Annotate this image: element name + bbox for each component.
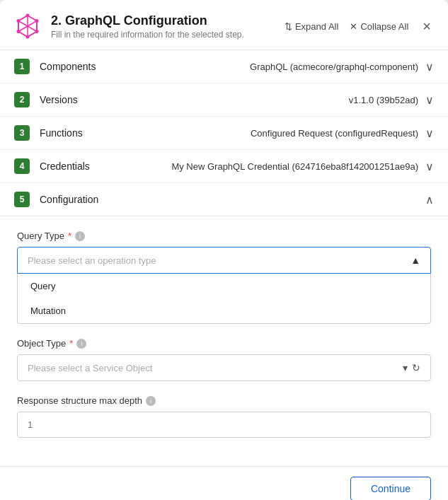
query-type-required-star: * (68, 231, 71, 241)
svg-point-9 (17, 30, 21, 33)
response-depth-field-group: Response structure max depth i (17, 395, 431, 438)
object-type-label: Object Type* i (17, 338, 431, 349)
graphql-logo (14, 13, 41, 40)
config-section: Query Type* i Please select an operation… (0, 216, 448, 466)
chevron-down-icon-1: ∨ (425, 60, 434, 74)
object-type-required-star: * (69, 338, 73, 349)
step-row-3[interactable]: 3 Functions Configured Request (configur… (0, 117, 448, 150)
step-row-2[interactable]: 2 Versions v1.1.0 (39b52ad) ∨ (0, 83, 448, 117)
header-actions: ⇅ Expand All ✕ Collapse All × (285, 18, 434, 35)
page-subtitle: Fill in the required information for the… (51, 30, 275, 40)
step-number-4: 4 (14, 158, 30, 174)
svg-point-8 (26, 35, 30, 39)
chevron-down-icon-2: ∨ (425, 93, 434, 107)
chevron-up-icon-5: ∧ (425, 193, 434, 207)
step-number-2: 2 (14, 92, 30, 107)
select-actions: ▾ ↻ (403, 362, 420, 373)
response-depth-input[interactable] (17, 412, 431, 438)
modal-header: 2. GraphQL Configuration Fill in the req… (0, 0, 448, 50)
chevron-up-icon: ▲ (410, 255, 420, 266)
query-type-info-icon[interactable]: i (75, 231, 85, 241)
step-label-2: Versions (40, 94, 103, 105)
svg-point-6 (35, 19, 39, 23)
step-label-1: Components (40, 61, 103, 72)
query-type-label: Query Type* i (17, 231, 431, 241)
expand-icon: ⇅ (285, 21, 292, 32)
expand-all-label: Expand All (295, 21, 338, 32)
svg-point-7 (35, 30, 39, 33)
expand-all-button[interactable]: ⇅ Expand All (285, 21, 338, 32)
step-number-3: 3 (14, 125, 30, 141)
step-row-1[interactable]: 1 Components GraphQL (acmecore/graphql-c… (0, 50, 448, 83)
query-type-select[interactable]: Please select an operation type ▲ (17, 247, 431, 274)
response-depth-info-icon[interactable]: i (146, 396, 156, 406)
query-option[interactable]: Query (18, 274, 430, 298)
mutation-option[interactable]: Mutation (18, 298, 430, 323)
chevron-down-icon-3: ∨ (425, 127, 434, 140)
step-value-2: v1.1.0 (39b52ad) (103, 95, 425, 105)
step-label-5: Configuration (40, 194, 103, 205)
page-title: 2. GraphQL Configuration (51, 13, 275, 28)
object-type-field-group: Object Type* i Please select a Service O… (17, 338, 431, 381)
refresh-icon[interactable]: ↻ (412, 362, 420, 373)
response-depth-label: Response structure max depth i (17, 395, 431, 406)
step-number-5: 5 (14, 192, 30, 207)
svg-point-10 (17, 19, 21, 23)
object-type-placeholder: Please select a Service Object (28, 363, 152, 373)
step-value-1: GraphQL (acmecore/graphql-component) (103, 62, 425, 72)
collapse-all-button[interactable]: ✕ Collapse All (350, 21, 408, 32)
close-button[interactable]: × (420, 18, 434, 35)
object-type-info-icon[interactable]: i (76, 339, 86, 349)
step-value-4: My New GraphQL Credential (624716eba8f14… (103, 161, 425, 172)
step-label-3: Functions (40, 127, 103, 139)
continue-button[interactable]: Continue (350, 477, 431, 500)
step-value-3: Configured Request (configuredRequest) (103, 128, 425, 139)
step-number-1: 1 (14, 59, 30, 74)
header-title-block: 2. GraphQL Configuration Fill in the req… (51, 13, 275, 40)
step-label-4: Credentials (40, 161, 103, 172)
chevron-down-icon: ▾ (403, 362, 408, 373)
query-type-field-group: Query Type* i Please select an operation… (17, 231, 431, 324)
step-row-5[interactable]: 5 Configuration ∧ (0, 183, 448, 216)
query-type-placeholder: Please select an operation type (28, 255, 156, 266)
collapse-all-label: Collapse All (360, 21, 408, 32)
steps-list: 1 Components GraphQL (acmecore/graphql-c… (0, 50, 448, 216)
step-row-4[interactable]: 4 Credentials My New GraphQL Credential … (0, 150, 448, 183)
modal-container: 2. GraphQL Configuration Fill in the req… (0, 0, 448, 500)
chevron-down-icon-4: ∨ (425, 160, 434, 173)
query-type-dropdown: Query Mutation (17, 274, 431, 324)
svg-point-5 (26, 14, 30, 18)
modal-footer: Continue (0, 466, 448, 500)
object-type-select[interactable]: Please select a Service Object ▾ ↻ (17, 354, 431, 381)
collapse-icon: ✕ (350, 21, 357, 32)
